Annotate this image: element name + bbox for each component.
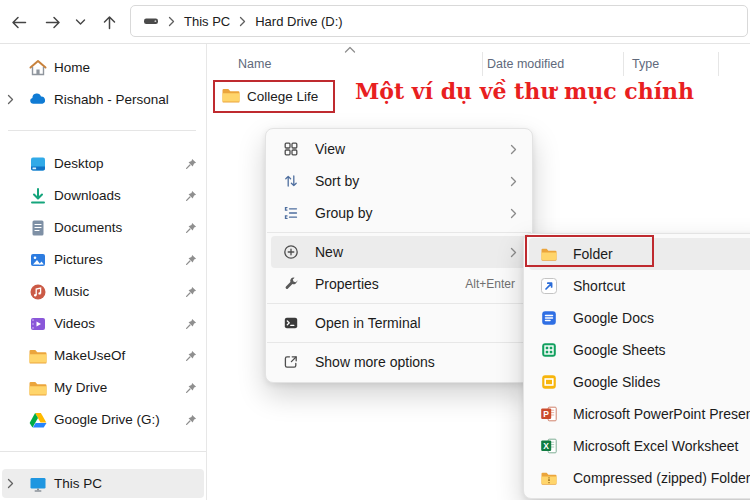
videos-icon bbox=[28, 314, 48, 334]
pin-icon[interactable] bbox=[184, 157, 198, 171]
pin-icon[interactable] bbox=[184, 253, 198, 267]
menu-separator bbox=[267, 342, 531, 343]
sort-ascending-icon bbox=[344, 46, 356, 54]
chevron-down-icon bbox=[75, 17, 86, 27]
pin-icon[interactable] bbox=[184, 189, 198, 203]
column-divider[interactable] bbox=[623, 52, 624, 76]
menu-item-label: Properties bbox=[315, 276, 465, 292]
sidebar-divider bbox=[8, 130, 196, 131]
view-icon bbox=[282, 140, 300, 158]
menu-item-label: Open in Terminal bbox=[315, 315, 527, 331]
breadcrumb-hard-drive[interactable]: Hard Drive (D:) bbox=[255, 14, 342, 29]
column-header-date-modified[interactable]: Date modified bbox=[487, 57, 564, 71]
svg-text:X: X bbox=[543, 441, 549, 451]
sidebar-item-downloads[interactable]: Downloads bbox=[0, 181, 206, 211]
sidebar-item-home[interactable]: Home bbox=[0, 53, 206, 83]
annotation-text: Một ví dụ về thư mục chính bbox=[355, 78, 694, 104]
menu-item-sort-by[interactable]: Sort by bbox=[271, 165, 527, 197]
desktop-icon bbox=[28, 154, 48, 174]
sidebar-item-google-drive[interactable]: Google Drive (G:) bbox=[0, 405, 206, 435]
properties-wrench-icon bbox=[282, 275, 300, 293]
menu-separator bbox=[267, 232, 531, 233]
submenu-item-powerpoint[interactable]: P Microsoft PowerPoint Present bbox=[529, 398, 750, 430]
sidebar-item-onedrive-personal[interactable]: Rishabh - Personal bbox=[0, 85, 206, 115]
pin-icon[interactable] bbox=[184, 221, 198, 235]
menu-item-group-by[interactable]: Group by bbox=[271, 197, 527, 229]
menu-item-label: Group by bbox=[315, 205, 510, 221]
menu-item-show-more-options[interactable]: Show more options bbox=[271, 346, 527, 378]
toolbar: This PC Hard Drive (D:) bbox=[0, 0, 750, 44]
sidebar-label: Documents bbox=[54, 220, 122, 235]
submenu-chevron-icon bbox=[510, 247, 517, 258]
column-header-type[interactable]: Type bbox=[632, 57, 659, 71]
sidebar-item-pictures[interactable]: Pictures bbox=[0, 245, 206, 275]
sidebar-label: MakeUseOf bbox=[54, 348, 125, 363]
sidebar-label: Home bbox=[54, 60, 90, 75]
menu-item-label: Folder bbox=[573, 246, 750, 262]
menu-item-open-in-terminal[interactable]: Open in Terminal bbox=[271, 307, 527, 339]
pin-icon[interactable] bbox=[184, 381, 198, 395]
downloads-icon bbox=[28, 186, 48, 206]
sidebar-item-music[interactable]: Music bbox=[0, 277, 206, 307]
submenu-item-excel[interactable]: X Microsoft Excel Worksheet bbox=[529, 430, 750, 462]
submenu-item-google-docs[interactable]: Google Docs bbox=[529, 302, 750, 334]
submenu-item-compressed-folder[interactable]: Compressed (zipped) Folder bbox=[529, 462, 750, 494]
sidebar-item-my-drive[interactable]: My Drive bbox=[0, 373, 206, 403]
sidebar-label: This PC bbox=[54, 476, 102, 491]
recent-locations-button[interactable] bbox=[72, 12, 88, 32]
menu-item-label: Show more options bbox=[315, 354, 527, 370]
up-button[interactable] bbox=[98, 12, 120, 32]
column-divider[interactable] bbox=[482, 52, 483, 76]
menu-item-view[interactable]: View bbox=[271, 133, 527, 165]
expand-chevron-icon[interactable] bbox=[7, 94, 14, 105]
expand-chevron-icon[interactable] bbox=[7, 478, 14, 489]
column-header-name[interactable]: Name bbox=[238, 57, 271, 71]
pin-icon[interactable] bbox=[184, 413, 198, 427]
submenu-chevron-icon bbox=[510, 208, 517, 219]
sidebar-item-this-pc[interactable]: This PC bbox=[2, 469, 204, 498]
keyboard-shortcut: Alt+Enter bbox=[465, 277, 515, 291]
sidebar-divider bbox=[0, 451, 206, 452]
folder-icon bbox=[28, 378, 48, 398]
onedrive-icon bbox=[28, 90, 48, 110]
google-drive-icon bbox=[28, 410, 48, 430]
pin-icon[interactable] bbox=[184, 349, 198, 363]
submenu-item-folder[interactable]: Folder bbox=[529, 238, 750, 270]
back-button[interactable] bbox=[8, 12, 30, 32]
sidebar-label: My Drive bbox=[54, 380, 107, 395]
home-icon bbox=[28, 58, 48, 78]
file-item-college-life[interactable]: College Life bbox=[247, 89, 318, 104]
menu-item-label: Google Slides bbox=[573, 374, 750, 390]
menu-item-properties[interactable]: Properties Alt+Enter bbox=[271, 268, 527, 300]
address-bar[interactable]: This PC Hard Drive (D:) bbox=[130, 5, 748, 37]
up-arrow-icon bbox=[101, 14, 118, 31]
sidebar-item-videos[interactable]: Videos bbox=[0, 309, 206, 339]
submenu-chevron-icon bbox=[510, 176, 517, 187]
forward-button[interactable] bbox=[42, 12, 64, 32]
pin-icon[interactable] bbox=[184, 285, 198, 299]
terminal-icon bbox=[282, 314, 300, 332]
new-icon bbox=[282, 243, 300, 261]
menu-item-new[interactable]: New bbox=[271, 236, 527, 268]
google-sheets-icon bbox=[540, 341, 558, 359]
sidebar-item-makeuseof[interactable]: MakeUseOf bbox=[0, 341, 206, 371]
back-arrow-icon bbox=[10, 14, 28, 31]
forward-arrow-icon bbox=[44, 14, 62, 31]
sidebar-label: Pictures bbox=[54, 252, 103, 267]
submenu-item-google-slides[interactable]: Google Slides bbox=[529, 366, 750, 398]
menu-item-label: Shortcut bbox=[573, 278, 750, 294]
menu-item-label: Sort by bbox=[315, 173, 510, 189]
submenu-chevron-icon bbox=[510, 144, 517, 155]
pin-icon[interactable] bbox=[184, 317, 198, 331]
pictures-icon bbox=[28, 250, 48, 270]
submenu-item-shortcut[interactable]: Shortcut bbox=[529, 270, 750, 302]
sidebar-item-desktop[interactable]: Desktop bbox=[0, 149, 206, 179]
sidebar-item-documents[interactable]: Documents bbox=[0, 213, 206, 243]
zip-folder-icon bbox=[540, 469, 558, 487]
breadcrumb-this-pc[interactable]: This PC bbox=[184, 14, 230, 29]
submenu-item-google-sheets[interactable]: Google Sheets bbox=[529, 334, 750, 366]
column-divider[interactable] bbox=[718, 52, 719, 76]
sort-icon bbox=[282, 172, 300, 190]
group-by-icon bbox=[282, 204, 300, 222]
menu-item-label: New bbox=[315, 244, 510, 260]
